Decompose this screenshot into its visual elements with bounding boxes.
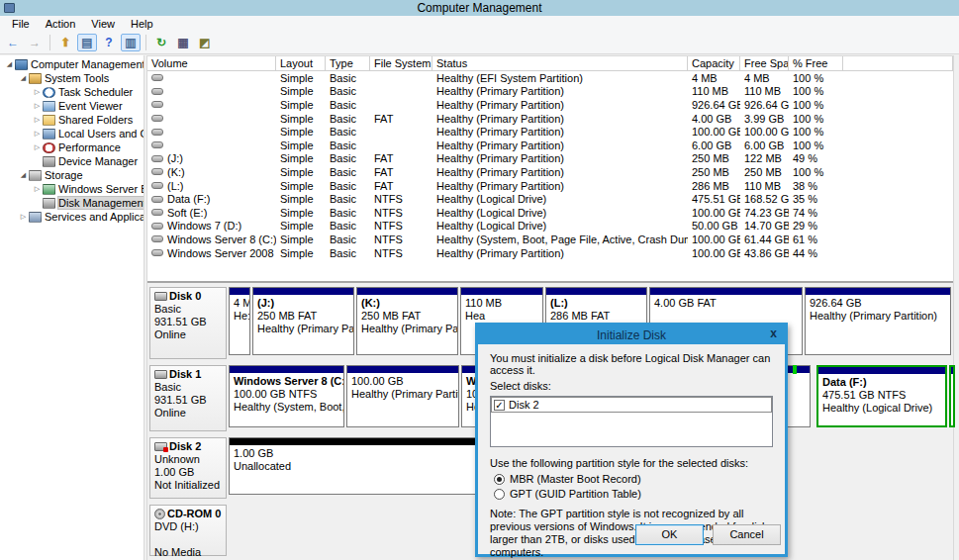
partition-box[interactable]: 926.64 GBHealthy (Primary Partition) xyxy=(805,287,951,355)
volume-name: Windows Server 8 (C:) xyxy=(167,233,276,245)
column-header-volume[interactable]: Volume xyxy=(147,56,276,70)
sidebar-item-disk-management[interactable]: Disk Management xyxy=(0,196,144,210)
disk-icon xyxy=(43,198,55,209)
chevron-collapsed-icon[interactable]: ▷ xyxy=(32,143,43,151)
disk-label[interactable]: Disk 0Basic931.51 GBOnline xyxy=(149,287,227,359)
disk-label[interactable]: Disk 2Unknown1.00 GBNot Initialized xyxy=(149,437,227,499)
column-header-status[interactable]: Status xyxy=(432,56,688,70)
sidebar-item-windows-server-backup[interactable]: ▷Windows Server Backup xyxy=(0,182,144,196)
menu-file[interactable]: File xyxy=(4,17,38,31)
volume-row[interactable]: Data (F:)SimpleBasicNTFSHealthy (Logical… xyxy=(147,192,953,206)
column-header-layout[interactable]: Layout xyxy=(276,56,326,70)
chevron-collapsed-icon[interactable]: ▷ xyxy=(32,102,43,110)
partition-strip xyxy=(951,367,953,374)
close-icon[interactable]: x xyxy=(770,327,777,340)
menu-action[interactable]: Action xyxy=(38,17,84,31)
column-header-file-system[interactable]: File System xyxy=(370,56,432,70)
sidebar-item-computer-management-local[interactable]: ◢Computer Management (Local xyxy=(0,57,144,71)
chevron-expanded-icon[interactable]: ◢ xyxy=(4,60,15,68)
partition-box[interactable]: 4 MHe: xyxy=(229,287,250,355)
volume-row[interactable]: SimpleBasicFATHealthy (Primary Partition… xyxy=(147,112,953,126)
sidebar-item-local-users-and-groups[interactable]: ▷Local Users and Groups xyxy=(0,127,144,140)
disk-checkbox[interactable]: ✓ xyxy=(494,400,505,411)
mbr-radio-row[interactable]: MBR (Master Boot Record) xyxy=(494,473,773,485)
volume-row[interactable]: SimpleBasicHealthy (Primary Partition)10… xyxy=(147,125,953,139)
sidebar-item-device-manager[interactable]: Device Manager xyxy=(0,154,144,168)
column-header--free[interactable]: % Free xyxy=(789,56,843,70)
volume-row[interactable]: (K:)SimpleBasicFATHealthy (Primary Parti… xyxy=(147,165,953,179)
chevron-collapsed-icon[interactable]: ▷ xyxy=(32,88,43,96)
disk-label[interactable]: Disk 1Basic931.51 GBOnline xyxy=(149,365,227,431)
volume-row[interactable]: SimpleBasicHealthy (EFI System Partition… xyxy=(147,71,953,85)
refresh-icon[interactable]: ↻ xyxy=(151,34,171,51)
volume-row[interactable]: SimpleBasicHealthy (Primary Partition)6.… xyxy=(147,139,953,152)
partition-strip xyxy=(461,288,542,295)
chevron-collapsed-icon[interactable]: ▷ xyxy=(18,213,29,221)
tree-item-label: Shared Folders xyxy=(58,114,133,126)
volume-pct: 100 % xyxy=(789,139,843,152)
cd-icon xyxy=(154,509,165,519)
ok-button[interactable]: OK xyxy=(635,524,704,545)
gpt-radio-row[interactable]: GPT (GUID Partition Table) xyxy=(494,488,773,500)
partition-box[interactable] xyxy=(949,365,955,427)
menu-help[interactable]: Help xyxy=(123,17,161,31)
menu-view[interactable]: View xyxy=(83,17,123,31)
partition-box[interactable]: (K:)250 MB FATHealthy (Primary Partit xyxy=(356,287,458,355)
disk-listbox[interactable]: ✓ Disk 2 xyxy=(490,396,773,447)
chevron-expanded-icon[interactable]: ◢ xyxy=(18,74,29,82)
column-header-type[interactable]: Type xyxy=(326,56,370,70)
back-icon[interactable]: ← xyxy=(3,34,23,51)
partition-line: 250 MB FAT xyxy=(257,310,349,323)
chevron-collapsed-icon[interactable]: ▷ xyxy=(32,185,43,193)
chevron-collapsed-icon[interactable]: ▷ xyxy=(32,130,43,138)
volume-row[interactable]: Windows Server 2008 R2 (G:)SimpleBasicNT… xyxy=(147,246,953,260)
volume-capacity: 100.00 GB xyxy=(688,246,740,260)
export-list-icon[interactable]: ⬆ xyxy=(55,34,75,51)
console-tree-icon[interactable]: ▤ xyxy=(77,34,97,51)
sidebar-item-event-viewer[interactable]: ▷Event Viewer xyxy=(0,99,144,113)
volume-free: 6.00 GB xyxy=(740,139,789,152)
action-pane-icon[interactable]: ▥ xyxy=(121,34,141,51)
disk-label[interactable]: CD-ROM 0DVD (H:)No Media xyxy=(149,505,227,556)
sidebar-item-performance[interactable]: ▷Performance xyxy=(0,140,144,154)
volume-status: Healthy (Primary Partition) xyxy=(432,125,688,139)
gpt-radio[interactable] xyxy=(494,489,505,500)
cancel-button[interactable]: Cancel xyxy=(713,524,781,545)
volume-fs: NTFS xyxy=(370,206,432,220)
column-header-free-space[interactable]: Free Space xyxy=(740,56,789,70)
volume-row[interactable]: Windows 7 (D:)SimpleBasicNTFSHealthy (Lo… xyxy=(147,220,953,233)
sidebar-item-services-and-applications[interactable]: ▷Services and Applications xyxy=(0,210,144,224)
volume-row[interactable]: SimpleBasicHealthy (Primary Partition)11… xyxy=(147,85,953,99)
volume-fs: FAT xyxy=(370,165,432,179)
volume-layout: Simple xyxy=(276,220,326,233)
tree-item-label: Device Manager xyxy=(58,155,138,167)
sidebar-item-system-tools[interactable]: ◢System Tools xyxy=(0,71,144,85)
disk-list-item[interactable]: ✓ Disk 2 xyxy=(492,398,771,412)
forward-icon[interactable]: → xyxy=(25,34,45,51)
partition-box[interactable]: (J:)250 MB FATHealthy (Primary Partit xyxy=(252,287,354,355)
dialog-title-bar[interactable]: Initialize Disk x xyxy=(478,326,785,344)
volume-status: Healthy (Primary Partition) xyxy=(432,85,688,99)
sidebar-item-task-scheduler[interactable]: ▷Task Scheduler xyxy=(0,85,144,99)
disk-name-line: Disk 2 xyxy=(154,440,222,453)
manage-icon[interactable]: ◩ xyxy=(195,34,215,51)
sidebar-item-shared-folders[interactable]: ▷Shared Folders xyxy=(0,113,144,127)
partition-line: (L:) xyxy=(550,297,642,310)
mbr-radio[interactable] xyxy=(494,474,505,485)
volume-row[interactable]: (L:)SimpleBasicFATHealthy (Primary Parti… xyxy=(147,179,953,193)
volume-row[interactable]: Soft (E:)SimpleBasicNTFSHealthy (Logical… xyxy=(147,206,953,220)
partition-box[interactable]: 100.00 GBHealthy (Primary Partition) xyxy=(346,365,459,427)
volume-row[interactable]: (J:)SimpleBasicFATHealthy (Primary Parti… xyxy=(147,152,953,166)
properties-icon[interactable]: ▦ xyxy=(173,34,193,51)
chevron-expanded-icon[interactable]: ◢ xyxy=(18,171,29,179)
partition-box[interactable]: Windows Server 8 (C:)100.00 GB NTFSHealt… xyxy=(229,365,344,427)
sidebar-item-storage[interactable]: ◢Storage xyxy=(0,168,144,182)
chevron-collapsed-icon[interactable]: ▷ xyxy=(32,116,43,124)
help-icon[interactable]: ? xyxy=(99,34,119,51)
partition-box[interactable]: Data (F:)475.51 GB NTFSHealthy (Logical … xyxy=(816,365,947,427)
column-header-capacity[interactable]: Capacity xyxy=(688,56,740,70)
storage-icon xyxy=(29,170,42,181)
volume-row[interactable]: Windows Server 8 (C:)SimpleBasicNTFSHeal… xyxy=(147,233,953,246)
partition-strip xyxy=(650,288,802,295)
volume-row[interactable]: SimpleBasicHealthy (Primary Partition)92… xyxy=(147,98,953,112)
